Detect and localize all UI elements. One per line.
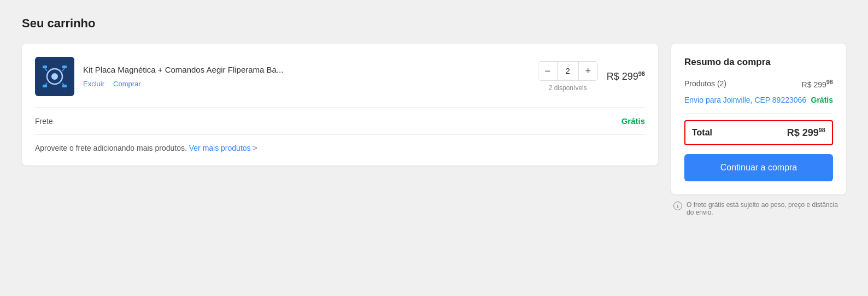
svg-rect-3 (43, 66, 47, 68)
footnote: i O frete grátis está sujeito ao peso, p… (671, 201, 846, 216)
total-price: R$ 29998 (787, 127, 825, 139)
total-label: Total (692, 128, 712, 138)
page-title: Seu carrinho (22, 16, 846, 31)
product-price: R$ 29998 (607, 70, 645, 82)
promo-text: Aproveite o frete adicionando mais produ… (35, 144, 187, 152)
summary-products-price-integer: R$ 299 (802, 80, 826, 89)
svg-rect-5 (43, 85, 47, 87)
product-actions: Excluir Comprar (83, 80, 529, 88)
summary-total-row: Total R$ 29998 (684, 120, 833, 145)
summary-products-label: Produtos (2) (684, 79, 726, 88)
summary-products-price-decimal: 98 (826, 79, 833, 85)
info-icon: i (673, 202, 682, 210)
svg-rect-4 (62, 66, 67, 68)
frete-value: Grátis (621, 116, 645, 126)
total-price-decimal: 98 (819, 127, 825, 133)
summary-card: Resumo da compra Produtos (2) R$ 29998 E… (671, 44, 846, 194)
summary-title: Resumo da compra (684, 57, 833, 68)
total-price-integer: R$ 299 (787, 127, 819, 138)
summary-shipping-row: Envio para Joinville, CEP 89223066 Gráti… (684, 96, 833, 114)
shipping-link[interactable]: Envio para Joinville, CEP 89223066 (684, 96, 806, 104)
quantity-section: − 2 + 2 disponíveis (538, 61, 598, 92)
summary-section: Resumo da compra Produtos (2) R$ 29998 E… (671, 44, 846, 216)
increase-quantity-button[interactable]: + (579, 62, 597, 80)
summary-shipping-value: Grátis (811, 96, 833, 104)
product-price-decimal: 98 (638, 70, 645, 77)
buy-link[interactable]: Comprar (113, 80, 141, 88)
frete-label: Frete (35, 117, 53, 126)
svg-rect-6 (62, 85, 67, 87)
product-info: Kit Placa Magnética + Comandos Aegir Fli… (83, 65, 529, 88)
quantity-available: 2 disponíveis (549, 84, 587, 92)
main-layout: Kit Placa Magnética + Comandos Aegir Fli… (22, 44, 846, 216)
summary-products-row: Produtos (2) R$ 29998 (684, 79, 833, 89)
cart-section: Kit Placa Magnética + Comandos Aegir Fli… (22, 44, 658, 165)
delete-link[interactable]: Excluir (83, 80, 104, 88)
frete-row: Frete Grátis (35, 108, 645, 135)
promo-link[interactable]: Ver mais produtos > (189, 144, 257, 152)
decrease-quantity-button[interactable]: − (538, 62, 557, 80)
product-price-integer: R$ 299 (607, 71, 638, 82)
product-image (35, 57, 74, 96)
summary-products-price: R$ 29998 (802, 79, 833, 89)
svg-point-2 (51, 73, 58, 80)
continue-button[interactable]: Continuar a compra (684, 154, 833, 181)
promo-row: Aproveite o frete adicionando mais produ… (35, 135, 645, 152)
quantity-control: − 2 + (538, 61, 598, 81)
footnote-text: O frete grátis está sujeito ao peso, pre… (687, 201, 844, 216)
cart-item: Kit Placa Magnética + Comandos Aegir Fli… (35, 57, 645, 108)
product-name: Kit Placa Magnética + Comandos Aegir Fli… (83, 65, 529, 74)
quantity-value: 2 (557, 62, 579, 80)
